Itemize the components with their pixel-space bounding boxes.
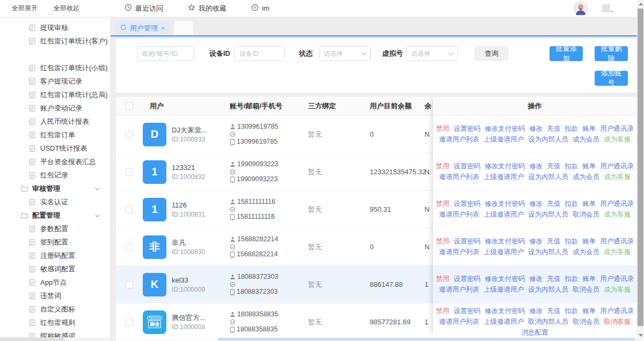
action-link[interactable]: 邀请用户列表 <box>439 248 479 257</box>
action-link[interactable]: 取消会员 <box>573 210 599 219</box>
action-link[interactable]: 修改 <box>529 237 543 246</box>
action-link[interactable]: 设为内部人员 <box>528 210 568 219</box>
im-item[interactable]: im <box>251 4 269 13</box>
action-link[interactable]: 设置密码 <box>453 237 480 246</box>
user-avatar-button[interactable] <box>573 1 588 16</box>
action-link[interactable]: 禁用 <box>436 237 449 246</box>
action-link[interactable]: 修改 <box>529 307 543 316</box>
refresh-icon[interactable] <box>120 24 127 32</box>
action-link[interactable]: 成为会员 <box>573 135 599 144</box>
action-link[interactable]: 取消客服 <box>604 317 631 327</box>
sidebar-item[interactable]: 配置管理 <box>0 209 110 222</box>
search-button[interactable]: 查询 <box>474 46 509 61</box>
sidebar-item[interactable]: 参数配置 <box>0 222 110 235</box>
sidebar-item[interactable]: 客户提现记录 <box>0 75 110 88</box>
action-link[interactable]: 消息配置 <box>522 328 548 337</box>
keyword-input[interactable] <box>137 46 194 61</box>
action-link[interactable]: 用户通讯录 <box>600 162 634 171</box>
sidebar-item[interactable]: 平台资金报表汇总 <box>0 155 110 168</box>
action-link[interactable]: 邀请用户列表 <box>439 173 479 182</box>
action-link[interactable]: 成为客服 <box>604 248 631 257</box>
action-link[interactable]: 充值 <box>547 237 560 246</box>
add-account-button[interactable]: 添加账号 <box>595 71 628 86</box>
action-link[interactable]: 禁用 <box>436 162 449 171</box>
action-link[interactable]: 取消内部人员 <box>528 317 568 327</box>
action-link[interactable]: 修改支付密码 <box>485 199 525 209</box>
action-link[interactable]: 成为会员 <box>573 173 599 182</box>
action-link[interactable]: 禁用 <box>436 124 449 134</box>
sidebar-item[interactable]: 人民币统计报表 <box>0 115 110 128</box>
action-link[interactable]: 账单 <box>582 307 596 316</box>
action-link[interactable]: 用户通讯录 <box>600 199 634 209</box>
device-id-input[interactable] <box>235 46 285 61</box>
vertical-scrollbar[interactable] <box>637 0 644 341</box>
sidebar-item[interactable]: 红包雷订单统计(小组) <box>0 61 110 75</box>
sidebar-item[interactable]: 红包雷订单统计(总局) <box>0 88 110 101</box>
action-link[interactable]: 设置密码 <box>453 275 480 284</box>
action-link[interactable]: 设置密码 <box>453 162 480 171</box>
action-link[interactable]: 取消会员 <box>573 285 599 294</box>
action-link[interactable]: 扣款 <box>565 199 578 209</box>
action-link[interactable]: 账单 <box>582 124 596 134</box>
action-link[interactable]: 上级邀请用户 <box>484 210 524 219</box>
action-link[interactable]: 设为内部人员 <box>528 285 568 294</box>
action-link[interactable]: 账单 <box>582 199 596 209</box>
sidebar-item[interactable]: 签到配置 <box>0 235 110 249</box>
vertical-scrollbar-thumb[interactable] <box>638 9 643 326</box>
action-link[interactable]: 禁用 <box>436 199 449 209</box>
action-link[interactable]: 成为客服 <box>604 135 631 144</box>
action-link[interactable]: 邀请用户列表 <box>439 317 479 327</box>
action-link[interactable]: 充值 <box>547 162 560 171</box>
action-link[interactable]: 上级邀请用户 <box>484 317 524 327</box>
row-checkbox[interactable] <box>126 318 133 326</box>
action-link[interactable]: 修改支付密码 <box>485 307 525 316</box>
sidebar-item[interactable]: 红包记录 <box>0 168 110 182</box>
row-checkbox[interactable] <box>126 206 133 213</box>
action-link[interactable]: 用户通讯录 <box>600 237 634 246</box>
action-link[interactable]: 成为客服 <box>604 285 631 294</box>
batch-delete-button[interactable]: 批量删除 <box>595 46 628 61</box>
expand-all-link[interactable]: 全部展开 <box>12 4 38 13</box>
action-link[interactable]: 成为会员 <box>573 248 599 257</box>
sidebar-item[interactable]: 实名认证 <box>0 195 110 209</box>
action-link[interactable]: 成为客服 <box>604 173 631 182</box>
action-link[interactable]: 取消会员 <box>573 317 599 327</box>
action-link[interactable]: 邀请用户列表 <box>439 285 479 294</box>
sidebar-hscrollbar[interactable] <box>0 337 110 341</box>
action-link[interactable]: 扣款 <box>565 275 578 284</box>
row-checkbox[interactable] <box>126 168 133 176</box>
action-link[interactable]: 修改 <box>529 275 543 284</box>
action-link[interactable]: 账单 <box>582 275 596 284</box>
action-link[interactable]: 修改 <box>529 199 543 209</box>
sidebar-item[interactable]: 账户变动记录 <box>0 101 110 115</box>
row-checkbox[interactable] <box>126 281 133 288</box>
action-link[interactable]: 设为内部人员 <box>528 135 568 144</box>
action-link[interactable]: 充值 <box>547 124 560 134</box>
sidebar-item[interactable]: App节点 <box>0 276 110 289</box>
sidebar-item[interactable]: 注册码配置 <box>0 249 110 262</box>
scroll-up-arrow[interactable] <box>639 3 643 5</box>
action-link[interactable]: 充值 <box>547 275 560 284</box>
action-link[interactable]: 修改支付密码 <box>485 237 525 246</box>
tab-user-management[interactable]: 用户管理 × <box>115 21 171 35</box>
scroll-down-arrow[interactable] <box>639 334 643 337</box>
action-link[interactable]: 禁用 <box>436 307 449 316</box>
action-link[interactable]: 邀请用户列表 <box>439 210 479 219</box>
sidebar-item[interactable]: 提现审核 <box>0 21 110 34</box>
collapse-all-link[interactable]: 全部收起 <box>54 4 79 13</box>
batch-add-button[interactable]: 批量添加 <box>550 46 583 61</box>
virtual-number-select[interactable]: 请选择 <box>406 46 458 61</box>
row-checkbox[interactable] <box>126 131 133 138</box>
action-link[interactable]: 上级邀请用户 <box>484 285 524 294</box>
action-link[interactable]: 账单 <box>582 237 596 246</box>
action-link[interactable]: 扣款 <box>565 307 578 316</box>
sidebar-item[interactable]: 违禁词 <box>0 289 110 302</box>
action-link[interactable]: 设置密码 <box>453 199 480 209</box>
select-all-checkbox[interactable] <box>126 102 133 110</box>
action-link[interactable]: 上级邀请用户 <box>484 135 524 144</box>
action-link[interactable]: 用户通讯录 <box>600 275 634 284</box>
action-link[interactable]: 修改支付密码 <box>485 124 525 134</box>
action-link[interactable]: 扣款 <box>565 124 578 134</box>
action-link[interactable]: 设为内部人员 <box>528 173 568 182</box>
sidebar-item[interactable]: 敏感词配置 <box>0 262 110 276</box>
